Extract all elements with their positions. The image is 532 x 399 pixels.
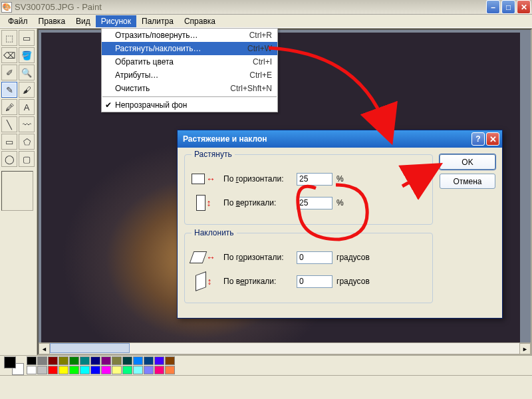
menu-item-invert-colors[interactable]: Обратить цветаCtrl+I: [102, 55, 277, 68]
fg-bg-indicator[interactable]: [4, 356, 24, 375]
color-palette: [0, 355, 532, 375]
color-swatch[interactable]: [154, 356, 164, 365]
tool-1[interactable]: ▭: [19, 30, 35, 46]
skew-horizontal-icon: [190, 251, 207, 263]
horizontal-scrollbar[interactable]: ◄ ►: [39, 342, 531, 354]
menu-item-opaque-bg[interactable]: ✔Непрозрачный фон: [102, 98, 277, 112]
percent-unit: %: [336, 198, 344, 207]
dialog-titlebar[interactable]: Растяжение и наклон ? ✕: [178, 130, 502, 148]
color-swatch[interactable]: [154, 366, 164, 374]
color-swatch[interactable]: [48, 366, 58, 374]
color-swatch[interactable]: [69, 356, 79, 365]
color-swatch[interactable]: [101, 366, 111, 374]
menu-edit[interactable]: Правка: [33, 15, 71, 27]
scroll-right-button[interactable]: ►: [519, 343, 531, 354]
color-swatch[interactable]: [133, 366, 143, 374]
stretch-legend: Растянуть: [192, 150, 235, 159]
degrees-unit: градусов: [336, 253, 370, 262]
menu-file[interactable]: Файл: [3, 15, 33, 27]
color-swatch[interactable]: [37, 356, 47, 365]
tool-9[interactable]: A: [19, 99, 35, 115]
image-menu-dropdown: Отразить/повернуть…Ctrl+R Растянуть/накл…: [101, 28, 278, 112]
menu-palette[interactable]: Палитра: [136, 15, 179, 27]
color-swatch[interactable]: [165, 366, 175, 374]
stretch-skew-dialog: Растяжение и наклон ? ✕ Растянуть ↔ По г…: [177, 130, 503, 319]
ok-button[interactable]: OK: [440, 154, 495, 170]
maximize-button[interactable]: □: [501, 0, 515, 14]
color-swatch[interactable]: [59, 356, 68, 365]
tool-0[interactable]: ⬚: [1, 30, 17, 46]
color-swatch[interactable]: [122, 366, 132, 374]
tool-options: [1, 171, 33, 211]
menu-item-clear[interactable]: ОчиститьCtrl+Shft+N: [102, 82, 277, 95]
tool-14[interactable]: ◯: [1, 151, 17, 167]
minimize-button[interactable]: –: [486, 0, 500, 14]
tool-4[interactable]: ✐: [1, 65, 17, 80]
stretch-horiz-label: По горизонтали:: [223, 174, 297, 184]
skew-horizontal-input[interactable]: [297, 251, 332, 264]
dialog-help-button[interactable]: ?: [471, 132, 485, 146]
toolbox: ⬚▭⌫🪣✐🔍✎🖌🖉A╲〰▭⬠◯▢: [0, 29, 37, 355]
tool-3[interactable]: 🪣: [19, 47, 35, 63]
color-swatch[interactable]: [122, 356, 132, 365]
color-swatch[interactable]: [90, 366, 100, 374]
stretch-horizontal-icon: [192, 174, 205, 184]
color-swatch[interactable]: [59, 366, 68, 374]
tool-2[interactable]: ⌫: [1, 47, 17, 63]
menu-item-stretch-skew[interactable]: Растянуть/наклонить…Ctrl+W: [102, 42, 277, 55]
menubar: Файл Правка Вид Рисунок Палитра Справка: [0, 15, 532, 28]
stretch-group: Растянуть ↔ По горизонтали: % ↕ По верти…: [184, 154, 433, 225]
color-swatch[interactable]: [133, 356, 143, 365]
check-icon: ✔: [105, 100, 112, 110]
stretch-horizontal-input[interactable]: [297, 173, 332, 186]
color-swatch[interactable]: [112, 366, 122, 374]
window-title: SV300705.JPG - Paint: [15, 2, 486, 12]
menu-help[interactable]: Справка: [179, 15, 221, 27]
degrees-unit: градусов: [336, 277, 370, 286]
skew-vertical-input[interactable]: [297, 275, 332, 288]
color-swatch[interactable]: [37, 366, 47, 374]
color-swatch[interactable]: [112, 356, 122, 365]
skew-vertical-icon: [196, 271, 206, 291]
color-swatch[interactable]: [80, 366, 90, 374]
tool-10[interactable]: ╲: [1, 116, 17, 132]
tool-7[interactable]: 🖌: [19, 82, 35, 98]
tool-11[interactable]: 〰: [19, 116, 35, 132]
menu-item-flip-rotate[interactable]: Отразить/повернуть…Ctrl+R: [102, 29, 277, 42]
color-swatch[interactable]: [144, 356, 154, 365]
skew-vert-label: По вертикали:: [223, 277, 297, 286]
color-swatch[interactable]: [48, 356, 58, 365]
stretch-vertical-icon: [196, 195, 205, 211]
dialog-close-button[interactable]: ✕: [486, 132, 499, 146]
color-swatch[interactable]: [27, 366, 37, 374]
percent-unit: %: [336, 174, 344, 184]
color-swatch[interactable]: [101, 356, 111, 365]
menu-view[interactable]: Вид: [70, 15, 96, 27]
menu-image[interactable]: Рисунок: [96, 15, 136, 27]
tool-8[interactable]: 🖉: [1, 99, 17, 115]
skew-legend: Наклонить: [192, 228, 237, 237]
color-swatch[interactable]: [144, 366, 154, 374]
cancel-button[interactable]: Отмена: [440, 174, 495, 189]
stretch-vertical-input[interactable]: [297, 197, 332, 209]
color-swatch[interactable]: [27, 356, 37, 365]
menu-item-attributes[interactable]: Атрибуты…Ctrl+E: [102, 68, 277, 82]
skew-group: Наклонить ↔ По горизонтали: градусов ↕ П…: [184, 233, 433, 303]
dialog-title: Растяжение и наклон: [180, 134, 470, 144]
color-swatch[interactable]: [165, 356, 175, 365]
close-button[interactable]: ✕: [517, 0, 531, 14]
tool-12[interactable]: ▭: [1, 134, 17, 150]
window-titlebar: 🎨 SV300705.JPG - Paint – □ ✕: [0, 0, 532, 15]
tool-13[interactable]: ⬠: [19, 134, 35, 150]
color-swatch[interactable]: [80, 356, 90, 365]
tool-15[interactable]: ▢: [19, 151, 35, 167]
skew-horiz-label: По горизонтали:: [223, 253, 297, 262]
tool-6[interactable]: ✎: [1, 82, 17, 98]
scroll-left-button[interactable]: ◄: [39, 343, 50, 354]
scroll-thumb[interactable]: [50, 343, 130, 353]
stretch-vert-label: По вертикали:: [223, 198, 297, 207]
status-bar: [0, 375, 532, 388]
tool-5[interactable]: 🔍: [19, 65, 35, 80]
color-swatch[interactable]: [69, 366, 79, 374]
color-swatch[interactable]: [90, 356, 100, 365]
